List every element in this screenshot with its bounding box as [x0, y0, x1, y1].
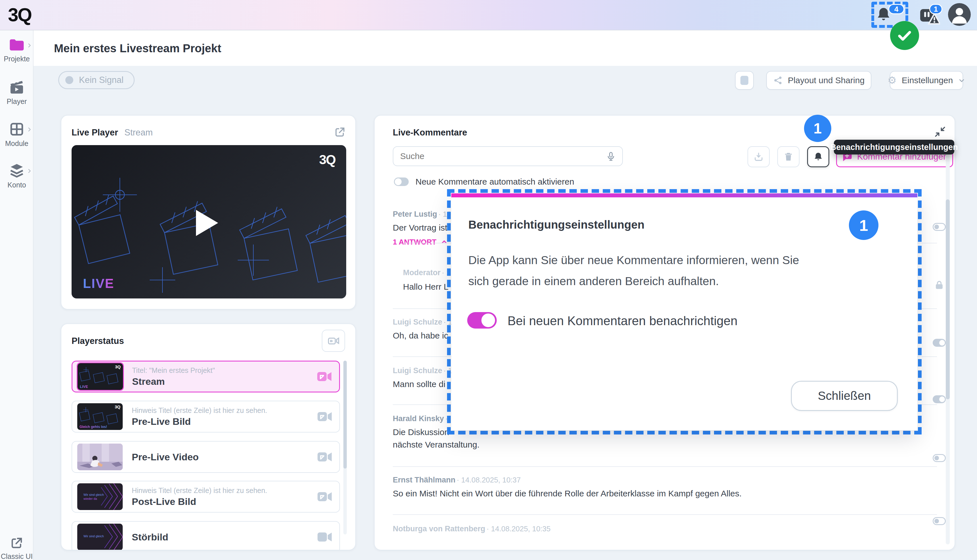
thumb-caption: LIVE: [80, 385, 88, 389]
clapperboard-icon: [9, 80, 25, 95]
signal-status-badge: Kein Signal: [58, 71, 135, 89]
switch-media-button[interactable]: [322, 330, 345, 352]
playerstatus-title: Playerstatus: [72, 336, 124, 346]
camera-switch-icon[interactable]: [317, 491, 332, 503]
comment-meta: · 14.08.2025, 10:37: [457, 476, 521, 484]
camera-switch-icon[interactable]: [317, 531, 332, 543]
delete-comments-button[interactable]: [777, 146, 800, 167]
sidebar-item-label: Projekte: [4, 55, 30, 63]
notify-on-comments-toggle[interactable]: [467, 312, 497, 328]
signal-status-label: Kein Signal: [79, 75, 123, 85]
play-icon[interactable]: [196, 210, 218, 236]
modal-body-line1: Die App kann Sie über neue Kommentare in…: [468, 253, 799, 267]
playerstatus-scrollbar-thumb[interactable]: [343, 361, 347, 468]
comment-row: Luigi Schulze · 1: [393, 318, 452, 327]
comments-scrollbar-thumb[interactable]: [946, 199, 950, 399]
live-player-card: Live Player Stream 3Q LIVE: [61, 115, 356, 310]
comment-visibility-toggle[interactable]: [933, 223, 946, 231]
comment-author: Luigi Schulze: [393, 318, 442, 326]
item-title: Post-Live Bild: [132, 495, 267, 508]
tab-stream[interactable]: Stream: [124, 128, 153, 138]
notification-settings-button[interactable]: [807, 146, 829, 167]
close-modal-label: Schließen: [818, 389, 871, 403]
folder-icon: [9, 38, 25, 52]
comment-author: Moderator: [403, 268, 440, 277]
camera-switch-icon[interactable]: [317, 451, 332, 463]
comment-text: So ein Mist! Nicht ein Wort über die füh…: [393, 489, 742, 498]
chevron-right-icon: [26, 168, 32, 174]
stop-button[interactable]: [735, 71, 754, 90]
svg-text:Wir sind gleich: Wir sind gleich: [83, 535, 104, 538]
item-title: Stream: [132, 375, 215, 388]
live-video-preview[interactable]: 3Q LIVE: [72, 145, 346, 298]
account-avatar[interactable]: [948, 3, 971, 26]
playout-sharing-button[interactable]: Playout und Sharing: [766, 71, 871, 90]
tooltip: Benachrichtigungseinstellungen: [834, 140, 954, 155]
chevron-right-icon: [26, 42, 32, 48]
item-title: Pre-Live Bild: [132, 415, 267, 428]
comment-row: Peter Lustig · 19: [393, 210, 451, 219]
step-badge: 1: [804, 115, 831, 142]
microphone-icon[interactable]: [606, 152, 616, 162]
playerstatus-item-post-live-bild[interactable]: Wir sind gleichwieder da Hinweis Titel (…: [72, 481, 340, 513]
comment-visibility-toggle[interactable]: [933, 339, 946, 347]
comment-visibility-toggle[interactable]: [933, 395, 946, 403]
grid-icon: [9, 122, 24, 137]
sidebar: Projekte Player Module Konto Classic UI: [0, 30, 33, 560]
sidebar-item-player[interactable]: Player: [0, 80, 33, 106]
auto-activate-label: Neue Kommentare automatisch aktivieren: [415, 177, 574, 187]
collapse-panel-icon[interactable]: [934, 126, 946, 138]
comment-row-reply: Moderator · 1: [403, 268, 450, 277]
modal-accent-bar: [451, 193, 917, 197]
download-comments-button[interactable]: [747, 146, 770, 167]
sidebar-item-account[interactable]: Konto: [0, 163, 33, 189]
video-watermark-logo: 3Q: [319, 152, 335, 167]
comment-visibility-toggle[interactable]: [933, 454, 946, 462]
open-external-icon[interactable]: [334, 127, 346, 138]
item-subtitle: Titel: "Mein erstes Projekt": [132, 365, 215, 375]
thumb-logo: 3Q: [115, 364, 121, 369]
playerstatus-item-pre-live-bild[interactable]: 3Q Gleich gehts los! Hinweis Titel (erst…: [72, 401, 340, 432]
comment-author: Notburga von Rattenberg: [393, 525, 485, 533]
comment-author: Harald Kinsky: [393, 414, 444, 423]
comment-text-line2: nächste Veranstaltung.: [393, 440, 479, 450]
stoerbild-thumbnail: Wir sind gleich: [77, 523, 123, 550]
external-link-icon: [10, 537, 23, 550]
signal-dot-icon: [65, 76, 73, 84]
pre-live-video-thumbnail: [77, 443, 123, 470]
auto-activate-toggle[interactable]: [394, 177, 409, 186]
chevron-up-icon: [440, 238, 448, 246]
playerstatus-item-stream[interactable]: 3Q LIVE Titel: "Mein erstes Projekt" Str…: [72, 361, 340, 392]
camera-switch-icon[interactable]: [317, 371, 332, 383]
sidebar-item-modules[interactable]: Module: [0, 122, 33, 148]
replies-expander[interactable]: 1 ANTWORT: [393, 238, 448, 247]
share-icon: [773, 75, 783, 85]
sidebar-item-label: Konto: [7, 181, 26, 189]
camera-switch-icon[interactable]: [317, 411, 332, 423]
comment-row: Harald Kinsky ·: [393, 414, 448, 423]
comment-text: Die Diskussion: [393, 427, 449, 437]
chevron-right-icon: [26, 127, 32, 133]
close-modal-button[interactable]: Schließen: [791, 381, 898, 411]
sidebar-item-classic-ui[interactable]: Classic UI: [0, 537, 33, 560]
comment-visibility-toggle[interactable]: [933, 517, 946, 525]
live-badge: LIVE: [83, 276, 114, 291]
stop-icon: [740, 76, 749, 85]
live-player-title: Live Player: [72, 128, 118, 138]
item-title: Störbild: [132, 531, 168, 543]
stream-thumbnail: 3Q LIVE: [78, 363, 123, 390]
layers-icon: [9, 163, 25, 178]
live-comments-title: Live-Kommentare: [393, 128, 467, 138]
settings-button[interactable]: ⚙ Einstellungen: [890, 71, 963, 90]
comment-author: Peter Lustig: [393, 210, 437, 218]
comment-text: Der Vortrag ist: [393, 223, 447, 233]
playerstatus-item-pre-live-video[interactable]: Pre-Live Video: [72, 441, 340, 473]
comment-meta: · 14.08.2025, 10:35: [487, 525, 551, 533]
sidebar-item-projects[interactable]: Projekte: [0, 38, 33, 63]
playerstatus-item-stoerbild[interactable]: Wir sind gleich Störbild: [72, 521, 340, 550]
comment-divider: [393, 466, 937, 467]
modal-title: Benachrichtigungseinstellungen: [468, 218, 644, 231]
search-input[interactable]: [400, 148, 599, 164]
svg-text:Wir sind gleich: Wir sind gleich: [83, 493, 104, 497]
pre-live-bild-thumbnail: 3Q Gleich gehts los!: [77, 403, 123, 430]
